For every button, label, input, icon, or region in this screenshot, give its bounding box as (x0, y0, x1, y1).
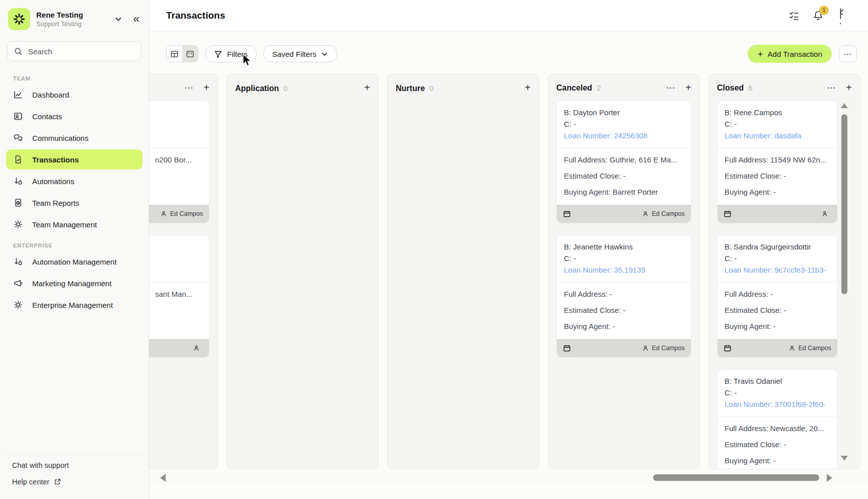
card-address: Full Address: - (564, 289, 684, 299)
column-count: 0 (429, 84, 433, 93)
help-center-link[interactable]: Help center (0, 471, 149, 499)
board-horizontal-scrollbar[interactable] (149, 471, 868, 484)
sidebar-item-team-management[interactable]: Team Management (6, 214, 142, 234)
scroll-right-arrow[interactable] (827, 474, 832, 482)
card-footer: Ed Campos (149, 205, 209, 223)
sidebar-item-dashboard[interactable]: Dashboard (6, 85, 142, 105)
collapse-sidebar-icon[interactable]: « (131, 14, 141, 24)
kanban-view-button[interactable] (182, 46, 198, 62)
card-loan-link[interactable]: Loan Number: 24256308 (564, 130, 684, 141)
card-contact: C: - (564, 118, 684, 130)
sidebar-item-label: Automations (32, 177, 74, 186)
sidebar-item-label: Contacts (32, 112, 62, 121)
transaction-card[interactable]: B: Travis Odaniel C: - Loan Number: 3700… (717, 369, 838, 469)
card-buyer: B: Sandra Sigurgeirsdottir (725, 241, 830, 253)
card-loan-link[interactable]: Loan Number: 37001f68-2f60- (725, 398, 830, 410)
person-icon (642, 345, 649, 352)
card-assignee[interactable]: Ed Campos (160, 210, 203, 217)
column-title: Nurture (396, 84, 425, 93)
scroll-left-arrow[interactable] (160, 474, 166, 482)
card-estimated-close: Estimated Close: - (725, 439, 830, 450)
card-assignee[interactable]: Ed Campos (642, 345, 685, 352)
workspace-name: Rene Testing (36, 10, 108, 20)
transaction-card[interactable]: B: Rene Campos C: - Loan Number: dasdafa… (717, 101, 838, 223)
chevron-down-icon (321, 50, 328, 58)
transaction-card[interactable]: sant Man... (149, 235, 209, 358)
more-options-button[interactable]: ⋯ (839, 45, 857, 62)
scrollbar-thumb[interactable] (841, 114, 847, 294)
column-count: 2 (597, 84, 601, 92)
card-loan-link[interactable]: Loan Number: 9c7ccfe3-11b3- (725, 264, 830, 276)
notification-badge: 1 (819, 6, 829, 15)
card-contact: C: - (725, 387, 830, 398)
add-transaction-button[interactable]: + Add Transaction (748, 45, 832, 63)
card-assignee[interactable]: Ed Campos (642, 210, 685, 217)
filters-button[interactable]: Filters (205, 45, 257, 62)
gear-icon (13, 219, 23, 229)
sidebar-item-label: Marketing Management (32, 279, 112, 288)
sidebar-item-automations[interactable]: Automations (6, 171, 142, 191)
calendar-icon[interactable] (724, 344, 732, 352)
scrollbar-thumb[interactable] (653, 474, 819, 481)
transaction-card[interactable]: B: Dayton Porter C: - Loan Number: 24256… (556, 101, 691, 223)
notifications-bell-icon[interactable]: 1 (813, 10, 824, 21)
sidebar-item-contacts[interactable]: Contacts (6, 106, 142, 126)
card-assignee[interactable] (821, 210, 831, 217)
person-icon (642, 210, 649, 217)
card-loan-link[interactable]: Loan Number: dasdafa (725, 130, 830, 141)
automation-arrow-icon (13, 257, 23, 267)
column-menu-icon[interactable]: ⋯ (827, 84, 836, 92)
card-estimated-close: Estimated Close: - (564, 305, 684, 315)
card-footer: Ed Campos (557, 339, 691, 357)
contact-card-icon (13, 111, 23, 121)
card-contact: C: - (564, 253, 684, 264)
column-add-icon[interactable]: + (525, 82, 531, 93)
card-footer (717, 205, 837, 223)
gear-icon (13, 300, 23, 310)
automation-arrow-icon (13, 176, 23, 186)
table-view-button[interactable] (167, 46, 182, 62)
search-input[interactable] (28, 47, 135, 56)
search-box[interactable] (7, 41, 141, 61)
column-vertical-scrollbar[interactable] (841, 103, 848, 461)
column-add-icon[interactable]: + (203, 82, 209, 93)
transaction-card[interactable]: n200 Bor... (149, 101, 209, 223)
sidebar-item-marketing-management[interactable]: Marketing Management (6, 273, 142, 293)
column-add-icon[interactable]: + (364, 82, 370, 93)
column-add-icon[interactable]: + (685, 82, 691, 93)
sidebar-item-transactions[interactable]: Transactions (6, 149, 142, 170)
card-buyer: B: Dayton Porter (564, 107, 684, 118)
card-buying-agent: Buying Agent: Barrett Porter (564, 187, 684, 197)
person-icon (160, 210, 167, 217)
card-address: Full Address: Guthrie, 616 E Ma... (564, 154, 684, 165)
column-add-icon[interactable]: + (846, 82, 852, 93)
card-estimated-close: Estimated Close: - (725, 305, 830, 315)
transaction-card[interactable]: B: Jeanette Hawkins C: - Loan Number: 35… (556, 235, 691, 358)
sidebar-item-communications[interactable]: Communications (6, 128, 142, 148)
main-content: Transactions 1 (149, 0, 868, 499)
scroll-down-arrow[interactable] (841, 456, 848, 461)
calendar-icon[interactable] (563, 210, 571, 218)
sidebar-item-enterprise-management[interactable]: Enterprise Management (6, 295, 142, 315)
card-assignee[interactable] (193, 345, 203, 352)
page-title: Transactions (166, 10, 225, 21)
task-list-icon[interactable] (788, 10, 800, 21)
sidebar-item-automation-management[interactable]: Automation Management (6, 252, 142, 272)
chevron-down-icon[interactable] (114, 15, 122, 23)
card-buyer: B: Travis Odaniel (725, 375, 830, 387)
scroll-up-arrow[interactable] (841, 103, 848, 108)
column-menu-icon[interactable]: ⋯ (184, 84, 193, 92)
calendar-icon[interactable] (563, 344, 571, 352)
card-assignee[interactable]: Ed Campos (788, 345, 831, 352)
column-menu-icon[interactable]: ⋯ (666, 84, 675, 92)
column-title: Application (235, 84, 279, 93)
sidebar-item-team-reports[interactable]: Team Reports (6, 193, 142, 213)
kanban-column-nurture: Nurture 0 + (387, 73, 539, 469)
profile-scribble-icon[interactable] (837, 6, 845, 25)
workspace-switcher[interactable]: Rene Testing Support Testing « (0, 0, 149, 30)
saved-filters-button[interactable]: Saved Filters (263, 45, 338, 62)
transaction-card[interactable]: B: Sandra Sigurgeirsdottir C: - Loan Num… (717, 235, 838, 358)
card-loan-link[interactable]: Loan Number: 35.19139 (564, 264, 684, 276)
chat-with-support-link[interactable]: Chat with support (0, 455, 149, 471)
calendar-icon[interactable] (724, 210, 732, 218)
